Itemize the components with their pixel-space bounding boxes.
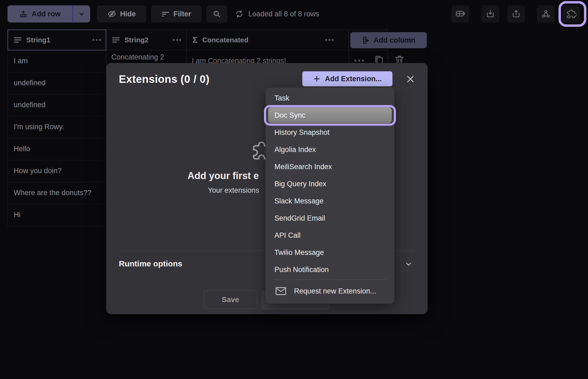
empty-state-title: Add your first e xyxy=(188,170,259,181)
webhooks-button[interactable] xyxy=(537,5,555,23)
menu-item-slack-message[interactable]: Slack Message xyxy=(266,192,394,210)
save-button[interactable]: Save xyxy=(204,291,257,309)
table-settings-button[interactable] xyxy=(451,5,469,23)
close-icon xyxy=(406,75,414,83)
hide-label: Hide xyxy=(120,10,136,18)
column-header-string2[interactable]: String2 xyxy=(106,29,187,50)
doc-sync-highlight-ring xyxy=(264,105,396,126)
add-row-label: Add row xyxy=(32,10,61,18)
menu-item-twilio-message[interactable]: Twilio Message xyxy=(266,244,394,261)
cell-string1: How you doin? xyxy=(14,167,62,175)
column-divider xyxy=(388,50,388,63)
cell-string1: undefined xyxy=(14,101,46,109)
column-divider xyxy=(348,50,349,63)
add-extension-label: Add Extension... xyxy=(325,75,382,83)
save-label: Save xyxy=(222,295,239,304)
export-icon xyxy=(512,9,521,18)
menu-item-big-query-index[interactable]: Big Query Index xyxy=(266,175,394,192)
runtime-options-label: Runtime options xyxy=(119,259,182,268)
column-label: String1 xyxy=(26,36,50,44)
chevron-down-icon xyxy=(78,10,85,17)
eye-off-icon xyxy=(107,9,116,18)
cell-string1: Hello xyxy=(14,145,30,153)
table-icon xyxy=(455,9,465,19)
cell-string1: Hi xyxy=(14,211,21,219)
column-label: Concatenated xyxy=(202,36,248,44)
app-root: Add row Hide Filter Loaded all 8 of xyxy=(0,0,588,379)
status-text: Loaded all 8 of 8 rows xyxy=(248,10,319,18)
more-horiz-icon[interactable] xyxy=(172,39,182,41)
add-column-button[interactable]: Add column xyxy=(350,32,427,48)
row-count-status: Loaded all 8 of 8 rows xyxy=(235,5,319,23)
filter-icon xyxy=(161,10,170,18)
cell-string1: I'm using Rowy. xyxy=(14,123,64,131)
menu-divider xyxy=(274,280,386,280)
more-horiz-icon[interactable] xyxy=(92,39,101,41)
column-label: String2 xyxy=(124,36,149,44)
empty-state-subtitle: Your extensions xyxy=(208,186,259,195)
import-icon xyxy=(486,9,495,18)
filter-label: Filter xyxy=(173,10,191,18)
modal-title: Extensions (0 / 0) xyxy=(119,73,210,85)
search-icon xyxy=(213,10,221,18)
menu-item-push-notification[interactable]: Push Notification xyxy=(266,261,394,278)
mail-icon xyxy=(275,287,286,296)
column-header-string1[interactable]: String1 xyxy=(8,29,106,50)
webhook-icon xyxy=(541,9,551,19)
add-column-icon xyxy=(362,36,370,44)
hide-fields-button[interactable]: Hide xyxy=(97,5,146,23)
menu-item-sendgrid-email[interactable]: SendGrid Email xyxy=(266,210,394,227)
menu-item-task[interactable]: Task xyxy=(266,90,394,107)
short-text-icon xyxy=(112,37,120,43)
extensions-button-highlight-ring xyxy=(558,1,586,27)
runtime-expand-button[interactable] xyxy=(405,260,413,268)
request-extension-label: Request new Extension... xyxy=(294,287,376,295)
more-horiz-icon[interactable] xyxy=(325,39,334,41)
sigma-icon: Σ xyxy=(193,35,197,44)
menu-item-algolia-index[interactable]: Algolia Index xyxy=(266,141,394,158)
cell-string2[interactable]: Concatenating 2 xyxy=(111,53,164,61)
add-extension-button[interactable]: Add Extension... xyxy=(302,71,392,86)
row-more-icon[interactable] xyxy=(354,59,365,62)
menu-item-history-snapshot[interactable]: History Snapshot xyxy=(266,124,394,141)
column-header-concatenated[interactable]: Σ Concatenated xyxy=(187,29,349,50)
column-divider xyxy=(186,50,187,63)
add-row-button[interactable]: Add row xyxy=(8,5,90,23)
filter-button[interactable]: Filter xyxy=(151,5,202,23)
add-column-label: Add column xyxy=(374,36,416,44)
cell-string1: undefined xyxy=(14,79,46,87)
cell-string1: Where are the donuts?? xyxy=(14,189,91,197)
menu-item-api-call[interactable]: API Call xyxy=(266,227,394,244)
cell-string1: I am xyxy=(14,57,28,65)
add-row-menu-button[interactable] xyxy=(73,10,90,17)
search-button[interactable] xyxy=(206,5,227,23)
short-text-icon xyxy=(14,37,21,43)
add-row-icon xyxy=(19,10,27,18)
export-button[interactable] xyxy=(507,5,525,23)
menu-item-request-new-extension[interactable]: Request new Extension... xyxy=(266,283,394,299)
chevron-down-icon xyxy=(405,260,413,268)
menu-item-meilisearch-index[interactable]: MeiliSearch Index xyxy=(266,158,394,175)
import-button[interactable] xyxy=(482,5,499,23)
plus-icon xyxy=(313,75,321,83)
close-button[interactable] xyxy=(406,75,415,83)
sync-icon xyxy=(235,10,244,18)
